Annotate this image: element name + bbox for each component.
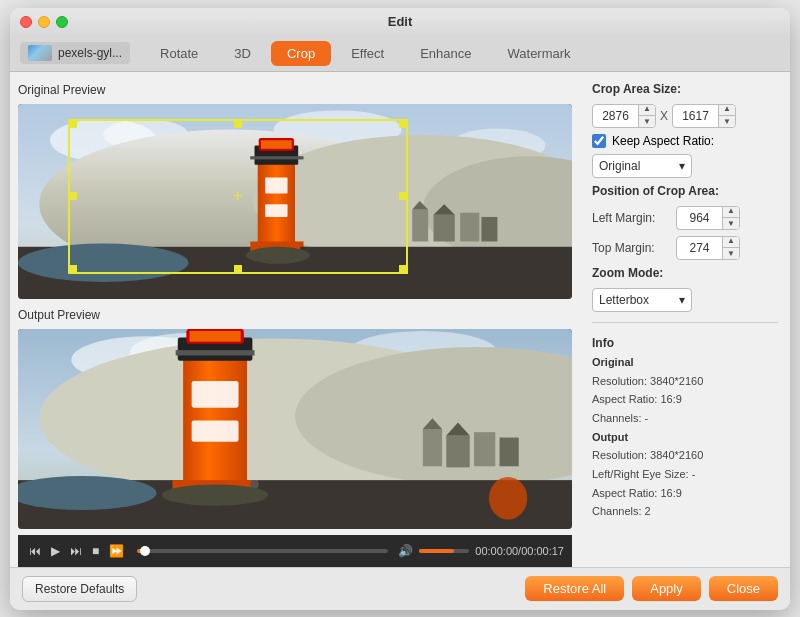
next-frame-button[interactable]: ⏩ bbox=[106, 542, 127, 560]
top-margin-up-button[interactable]: ▲ bbox=[723, 236, 739, 248]
volume-bar[interactable] bbox=[419, 549, 469, 553]
top-margin-input[interactable] bbox=[677, 241, 722, 255]
svg-rect-10 bbox=[412, 209, 428, 241]
info-original-resolution: Resolution: 3840*2160 bbox=[592, 372, 778, 391]
skip-back-button[interactable]: ⏮ bbox=[26, 542, 44, 560]
playback-bar: ⏮ ▶ ⏭ ■ ⏩ 🔊 00:00:00/00:00:17 bbox=[18, 535, 572, 567]
left-margin-down-button[interactable]: ▼ bbox=[723, 218, 739, 230]
height-input[interactable] bbox=[673, 109, 718, 123]
zoom-selected: Letterbox bbox=[599, 293, 649, 307]
aspect-chevron-icon: ▾ bbox=[679, 159, 685, 173]
tab-effect[interactable]: Effect bbox=[335, 41, 400, 66]
volume-button[interactable]: 🔊 bbox=[398, 544, 413, 558]
file-tab-label: pexels-gyl... bbox=[58, 46, 122, 60]
zoom-dropdown-row: Letterbox ▾ bbox=[592, 288, 778, 312]
info-title: Info bbox=[592, 333, 778, 353]
svg-rect-36 bbox=[474, 432, 495, 466]
output-preview-label: Output Preview bbox=[18, 305, 572, 323]
svg-rect-35 bbox=[446, 435, 469, 467]
crop-handle-bl[interactable] bbox=[69, 265, 77, 273]
main-content: Original Preview bbox=[10, 72, 790, 567]
info-original-channels: Channels: - bbox=[592, 409, 778, 428]
width-up-button[interactable]: ▲ bbox=[639, 104, 655, 116]
info-output-channels: Channels: 2 bbox=[592, 502, 778, 521]
position-label: Position of Crop Area: bbox=[592, 184, 778, 198]
zoom-mode-label: Zoom Mode: bbox=[592, 266, 778, 280]
zoom-dropdown[interactable]: Letterbox ▾ bbox=[592, 288, 692, 312]
time-display: 00:00:00/00:00:17 bbox=[475, 545, 564, 557]
seek-bar[interactable] bbox=[137, 549, 388, 553]
tab-enhance[interactable]: Enhance bbox=[404, 41, 487, 66]
restore-all-button[interactable]: Restore All bbox=[525, 576, 624, 601]
tab-crop[interactable]: Crop bbox=[271, 41, 331, 66]
height-spinbox[interactable]: ▲ ▼ bbox=[672, 104, 736, 128]
top-margin-spinbox[interactable]: ▲ ▼ bbox=[676, 236, 740, 260]
seek-thumb[interactable] bbox=[140, 546, 150, 556]
left-margin-up-button[interactable]: ▲ bbox=[723, 206, 739, 218]
aspect-dropdown[interactable]: Original ▾ bbox=[592, 154, 692, 178]
restore-defaults-button[interactable]: Restore Defaults bbox=[22, 576, 137, 602]
crop-handle-tl[interactable] bbox=[69, 120, 77, 128]
svg-rect-13 bbox=[481, 216, 497, 241]
left-margin-input[interactable] bbox=[677, 211, 722, 225]
width-spinbox[interactable]: ▲ ▼ bbox=[592, 104, 656, 128]
crop-handle-tr[interactable] bbox=[399, 120, 407, 128]
tab-bar: pexels-gyl... Rotate 3D Crop Effect Enha… bbox=[10, 36, 790, 72]
tab-rotate[interactable]: Rotate bbox=[144, 41, 214, 66]
info-output-resolution: Resolution: 3840*2160 bbox=[592, 446, 778, 465]
maximize-traffic-light[interactable] bbox=[56, 16, 68, 28]
original-preview-label: Original Preview bbox=[18, 80, 572, 98]
title-bar: Edit bbox=[10, 8, 790, 36]
crop-size-row: ▲ ▼ X ▲ ▼ bbox=[592, 104, 778, 128]
top-margin-down-button[interactable]: ▼ bbox=[723, 248, 739, 260]
file-thumbnail bbox=[28, 45, 52, 61]
info-original-aspect: Aspect Ratio: 16:9 bbox=[592, 390, 778, 409]
close-button[interactable]: Close bbox=[709, 576, 778, 601]
svg-rect-12 bbox=[460, 212, 479, 241]
keep-aspect-row: Keep Aspect Ratio: bbox=[592, 134, 778, 148]
crop-overlay[interactable]: + bbox=[68, 119, 408, 274]
crop-handle-tm[interactable] bbox=[234, 120, 242, 128]
height-down-button[interactable]: ▼ bbox=[719, 116, 735, 128]
keep-aspect-checkbox[interactable] bbox=[592, 134, 606, 148]
close-traffic-light[interactable] bbox=[20, 16, 32, 28]
original-scene: + bbox=[18, 104, 572, 299]
window-title: Edit bbox=[388, 14, 413, 29]
left-margin-spinbox[interactable]: ▲ ▼ bbox=[676, 206, 740, 230]
svg-rect-37 bbox=[500, 437, 519, 466]
divider bbox=[592, 322, 778, 323]
file-tab[interactable]: pexels-gyl... bbox=[20, 42, 130, 64]
stop-button[interactable]: ■ bbox=[89, 542, 102, 560]
crop-handle-ml[interactable] bbox=[69, 192, 77, 200]
left-margin-row: Left Margin: ▲ ▼ bbox=[592, 206, 778, 230]
play-button[interactable]: ▶ bbox=[48, 542, 63, 560]
tab-watermark[interactable]: Watermark bbox=[492, 41, 587, 66]
crop-area-size-label: Crop Area Size: bbox=[592, 82, 778, 96]
height-up-button[interactable]: ▲ bbox=[719, 104, 735, 116]
svg-point-50 bbox=[162, 484, 269, 505]
skip-forward-button[interactable]: ⏭ bbox=[67, 542, 85, 560]
crop-handle-bm[interactable] bbox=[234, 265, 242, 273]
tab-3d[interactable]: 3D bbox=[218, 41, 267, 66]
svg-rect-11 bbox=[434, 214, 455, 241]
keep-aspect-label: Keep Aspect Ratio: bbox=[612, 134, 714, 148]
output-scene bbox=[18, 329, 572, 529]
apply-button[interactable]: Apply bbox=[632, 576, 701, 601]
preview-section: Original Preview bbox=[10, 72, 580, 567]
zoom-chevron-icon: ▾ bbox=[679, 293, 685, 307]
main-window: Edit pexels-gyl... Rotate 3D Crop Effect… bbox=[10, 8, 790, 610]
top-margin-label: Top Margin: bbox=[592, 241, 672, 255]
top-margin-row: Top Margin: ▲ ▼ bbox=[592, 236, 778, 260]
svg-point-51 bbox=[489, 476, 527, 519]
width-down-button[interactable]: ▼ bbox=[639, 116, 655, 128]
minimize-traffic-light[interactable] bbox=[38, 16, 50, 28]
top-margin-spinbox-btns: ▲ ▼ bbox=[722, 236, 739, 260]
left-margin-spinbox-btns: ▲ ▼ bbox=[722, 206, 739, 230]
crop-handle-mr[interactable] bbox=[399, 192, 407, 200]
play-controls: ⏮ ▶ ⏭ ■ ⏩ bbox=[26, 542, 127, 560]
aspect-selected: Original bbox=[599, 159, 640, 173]
traffic-lights bbox=[20, 16, 68, 28]
svg-rect-47 bbox=[176, 350, 255, 355]
crop-handle-br[interactable] bbox=[399, 265, 407, 273]
width-input[interactable] bbox=[593, 109, 638, 123]
